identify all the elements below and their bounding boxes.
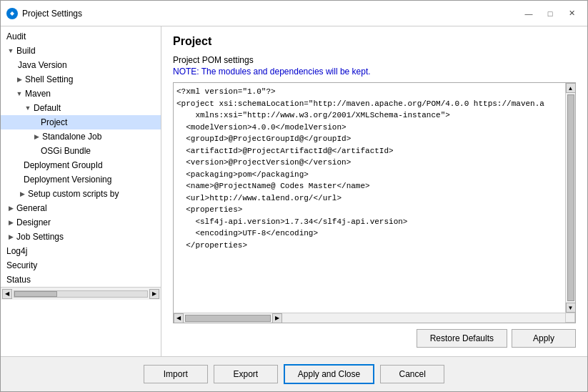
sidebar-item-build[interactable]: ▼ Build [1,44,161,58]
project-settings-window: Project Settings — □ ✕ Audit ▼ Build Jav… [0,0,588,392]
content-title: Project [173,35,576,48]
maven-expand-icon: ▼ [15,89,24,98]
sidebar-item-general[interactable]: ▶ General [1,201,161,215]
deployment-versioning-label: Deployment Versioning [24,175,111,185]
setup-custom-expand-icon: ▶ [18,190,26,198]
log4j-label: Log4j [6,246,27,256]
build-expand-icon: ▼ [6,46,15,55]
apply-close-button[interactable]: Apply and Close [284,364,374,384]
default-label: Default [34,103,61,113]
export-button[interactable]: Export [214,365,278,383]
shell-setting-label: Shell Setting [25,74,73,84]
restore-defaults-button[interactable]: Restore Defaults [417,329,507,348]
scroll-h-thumb[interactable] [185,315,271,322]
project-label: Project [41,117,67,127]
sidebar-item-status[interactable]: Status [1,273,161,287]
scroll-v-thumb[interactable] [567,94,574,301]
deployment-groupid-label: Deployment GroupId [24,160,103,170]
status-label: Status [6,275,31,285]
sidebar-horizontal-scrollbar[interactable]: ◀ ▶ [1,287,161,300]
sidebar-scroll-thumb[interactable] [14,291,57,297]
sidebar-item-osgi-bundle[interactable]: OSGi Bundle [1,144,161,158]
sidebar-scroll-track[interactable] [14,290,148,298]
sidebar-item-shell-setting[interactable]: ▶ Shell Setting [1,72,161,87]
sidebar-item-designer[interactable]: ▶ Designer [1,215,161,230]
minimize-button[interactable]: — [519,5,539,22]
xml-horizontal-scrollbar[interactable]: ◀ ▶ [174,313,565,323]
standalone-job-label: Standalone Job [42,132,101,142]
default-expand-icon: ▼ [24,104,32,112]
title-bar: Project Settings — □ ✕ [1,1,587,26]
build-label: Build [16,46,36,56]
sidebar-item-setup-custom[interactable]: ▶ Setup custom scripts by [1,187,161,201]
sidebar-item-default[interactable]: ▼ Default [1,101,161,115]
setup-custom-label: Setup custom scripts by [28,189,119,199]
apply-button[interactable]: Apply [512,329,576,348]
import-button[interactable]: Import [144,365,208,383]
sidebar-item-deployment-groupid[interactable]: Deployment GroupId [1,158,161,172]
job-settings-expand-icon: ▶ [6,232,15,241]
sidebar-item-standalone-job[interactable]: ▶ Standalone Job [1,129,161,144]
sidebar-item-project[interactable]: Project [1,115,161,129]
scroll-left-btn[interactable]: ◀ [174,313,184,323]
content-note: NOTE: The modules and dependencies will … [173,67,576,77]
maximize-button[interactable]: □ [540,5,560,22]
general-expand-icon: ▶ [6,204,15,212]
shell-expand-icon: ▶ [15,75,24,84]
window-title: Project Settings [22,9,519,19]
job-settings-label: Job Settings [16,232,64,242]
close-button[interactable]: ✕ [562,5,582,22]
xml-vertical-scrollbar[interactable]: ▲ ▼ [565,83,575,313]
sidebar-scroll-left-btn[interactable]: ◀ [2,289,12,299]
content-panel: Project Project POM settings NOTE: The m… [161,26,587,356]
sidebar-item-audit[interactable]: Audit [1,29,161,44]
window-controls: — □ ✕ [519,5,582,22]
sidebar-scroll-right-btn[interactable]: ▶ [149,289,159,299]
scroll-up-btn[interactable]: ▲ [566,83,576,93]
restore-apply-row: Restore Defaults Apply [173,329,576,348]
scroll-right-btn[interactable]: ▶ [272,313,282,323]
java-version-label: Java Version [18,60,67,70]
sidebar: Audit ▼ Build Java Version ▶ Shell Setti… [1,26,161,356]
general-label: General [16,203,47,213]
designer-expand-icon: ▶ [6,218,15,227]
content-subtitle: Project POM settings [173,55,576,65]
security-label: Security [6,260,37,270]
standalone-expand-icon: ▶ [32,132,41,141]
sidebar-item-deployment-versioning[interactable]: Deployment Versioning [1,172,161,187]
sidebar-item-job-settings[interactable]: ▶ Job Settings [1,230,161,244]
xml-editor[interactable]: <?xml version="1.0"?> <project xsi:schem… [174,83,575,323]
maven-label: Maven [25,89,51,99]
app-icon [6,8,18,19]
sidebar-item-maven[interactable]: ▼ Maven [1,87,161,101]
scroll-down-btn[interactable]: ▼ [566,303,576,313]
xml-editor-container: <?xml version="1.0"?> <project xsi:schem… [173,82,576,323]
sidebar-item-java-version[interactable]: Java Version [1,58,161,72]
sidebar-item-log4j[interactable]: Log4j [1,244,161,258]
cancel-button[interactable]: Cancel [380,365,444,383]
bottom-bar: Import Export Apply and Close Cancel [1,356,587,391]
scroll-corner [565,313,575,323]
designer-label: Designer [16,217,51,227]
audit-label: Audit [6,31,26,41]
sidebar-item-security[interactable]: Security [1,258,161,273]
osgi-bundle-label: OSGi Bundle [41,146,91,156]
main-content: Audit ▼ Build Java Version ▶ Shell Setti… [1,26,587,356]
